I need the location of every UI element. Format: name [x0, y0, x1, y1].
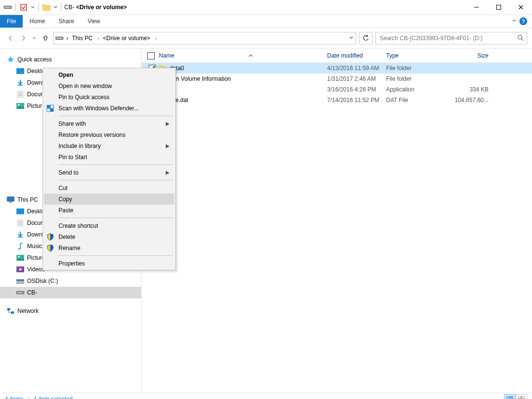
- svg-rect-38: [11, 311, 14, 314]
- qat-folder-dropdown-icon[interactable]: [53, 2, 58, 13]
- ribbon-collapse-icon[interactable]: [512, 18, 517, 25]
- breadcrumb-this-pc[interactable]: This PC›: [71, 35, 100, 42]
- sidebar-network[interactable]: Network: [0, 305, 141, 317]
- shield-icon: [46, 244, 55, 252]
- column-type[interactable]: Type: [386, 52, 442, 59]
- file-date: 4/13/2016 11:59 AM: [327, 65, 386, 72]
- svg-rect-37: [7, 308, 10, 310]
- column-size[interactable]: Size: [442, 52, 494, 59]
- search-input[interactable]: [379, 34, 517, 42]
- pictures-icon: [16, 102, 24, 110]
- submenu-arrow-icon: ▶: [166, 121, 170, 126]
- quick-access-icon: [7, 56, 14, 63]
- status-bar: 4 items 1 item selected: [0, 393, 532, 399]
- ribbon-tab-view[interactable]: View: [81, 15, 107, 28]
- help-icon[interactable]: ?: [519, 17, 527, 25]
- recent-locations-button[interactable]: [31, 33, 38, 43]
- file-row[interactable]: tfile.dat7/14/2016 11:52 PMDAT File104,8…: [142, 95, 532, 105]
- sidebar-label: Quick access: [17, 56, 52, 63]
- this-pc-icon: [7, 196, 14, 204]
- context-menu-label: Rename: [58, 245, 80, 251]
- sidebar-pc-item[interactable]: OSDisk (C:): [0, 275, 141, 287]
- videos-icon: [16, 266, 24, 273]
- context-menu-item[interactable]: Create shortcut: [44, 220, 174, 231]
- up-button[interactable]: [41, 33, 50, 43]
- column-name[interactable]: Name: [157, 52, 327, 59]
- context-menu-item[interactable]: Properties: [44, 258, 174, 269]
- context-menu-item[interactable]: Pin to Quick access: [44, 91, 174, 103]
- qat-dropdown-icon[interactable]: [30, 2, 36, 13]
- status-item-count: 4 items: [5, 396, 24, 399]
- desktop-icon: [16, 67, 24, 75]
- maximize-button[interactable]: [488, 0, 510, 15]
- breadcrumb-sep-icon[interactable]: ›: [65, 35, 69, 42]
- context-menu: OpenOpen in new windowPin to Quick acces…: [43, 68, 176, 270]
- context-menu-item[interactable]: Restore previous versions: [44, 129, 174, 140]
- file-row[interactable]: data04/13/2016 11:59 AMFile folder: [142, 63, 532, 74]
- file-row[interactable]: tem Volume Information1/31/2017 2:46 AMF…: [142, 74, 532, 84]
- pictures-icon: [16, 254, 24, 262]
- view-details-button[interactable]: [504, 394, 516, 399]
- sidebar-label: CB-: [27, 289, 37, 296]
- separator: [61, 3, 61, 12]
- context-menu-item[interactable]: Copy: [44, 193, 174, 205]
- svg-point-20: [18, 104, 20, 106]
- back-button[interactable]: [6, 33, 15, 43]
- address-drive-icon: [56, 34, 63, 42]
- context-menu-label: Properties: [58, 260, 85, 267]
- documents-icon: [16, 219, 24, 227]
- sidebar-quick-access[interactable]: Quick access: [0, 54, 141, 65]
- search-box[interactable]: [375, 32, 527, 44]
- context-menu-separator: [58, 180, 173, 180]
- ribbon-tab-share[interactable]: Share: [52, 15, 81, 28]
- file-row[interactable]: 3/16/2016 4:28 PMApplication334 KB: [142, 84, 532, 95]
- context-menu-item[interactable]: Include in library▶: [44, 140, 174, 151]
- minimize-button[interactable]: [465, 0, 488, 15]
- address-dropdown-icon[interactable]: [349, 35, 354, 42]
- refresh-button[interactable]: [359, 32, 373, 44]
- qat-folder-icon[interactable]: [41, 2, 52, 13]
- ribbon: File Home Share View ?: [0, 15, 532, 28]
- file-date: 1/31/2017 2:46 AM: [327, 75, 386, 82]
- column-checkbox[interactable]: [147, 52, 157, 59]
- qat-drive-icon[interactable]: [2, 2, 13, 13]
- context-menu-label: Delete: [58, 234, 75, 240]
- svg-rect-33: [16, 280, 24, 281]
- context-menu-item[interactable]: Delete: [44, 231, 174, 242]
- view-thumbnails-button[interactable]: [516, 394, 527, 399]
- address-bar[interactable]: › This PC› <Drive or volume>›: [53, 32, 356, 44]
- search-icon[interactable]: [517, 34, 524, 43]
- context-menu-item[interactable]: Open: [44, 69, 174, 80]
- context-menu-item[interactable]: Cut: [44, 182, 174, 193]
- submenu-arrow-icon: ▶: [166, 143, 170, 148]
- sidebar-label: Pictur: [27, 103, 42, 109]
- context-menu-item[interactable]: Rename: [44, 242, 174, 253]
- breadcrumb-drive[interactable]: <Drive or volume>›: [102, 35, 158, 42]
- context-menu-item[interactable]: Scan with Windows Defender...: [44, 103, 174, 114]
- ribbon-tab-file[interactable]: File: [0, 15, 23, 28]
- context-menu-item[interactable]: Pin to Start: [44, 151, 174, 163]
- file-date: 3/16/2016 4:28 PM: [327, 86, 386, 93]
- context-menu-item[interactable]: Share with▶: [44, 118, 174, 129]
- context-menu-item[interactable]: Paste: [44, 205, 174, 216]
- file-date: 7/14/2016 11:52 PM: [327, 97, 386, 103]
- close-button[interactable]: [510, 0, 532, 15]
- title-prefix: CB-: [64, 4, 74, 11]
- context-menu-item[interactable]: Send to▶: [44, 167, 174, 178]
- context-menu-item[interactable]: Open in new window: [44, 80, 174, 91]
- svg-rect-13: [16, 68, 24, 74]
- context-menu-label: Scan with Windows Defender...: [58, 105, 139, 112]
- column-date[interactable]: Date modified: [327, 52, 386, 59]
- forward-button[interactable]: [18, 33, 28, 43]
- svg-point-36: [22, 292, 23, 293]
- sidebar-label: Videos: [27, 266, 44, 273]
- downloads-icon: [16, 231, 24, 238]
- file-type: File folder: [386, 65, 442, 72]
- ribbon-tab-home[interactable]: Home: [23, 15, 52, 28]
- svg-rect-42: [508, 397, 513, 398]
- context-menu-label: Pin to Quick access: [58, 94, 109, 101]
- context-menu-label: Include in library: [58, 143, 101, 149]
- sidebar-label: Docur: [27, 91, 43, 98]
- sidebar-pc-item[interactable]: CB-: [0, 287, 141, 298]
- qat-properties-icon[interactable]: [18, 2, 29, 13]
